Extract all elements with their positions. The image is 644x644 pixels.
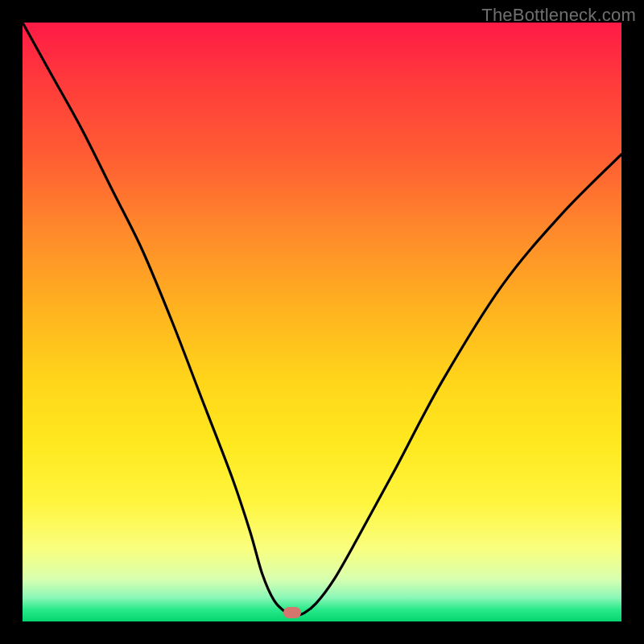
chart-container: TheBottleneck.com bbox=[0, 0, 644, 644]
bottleneck-curve bbox=[23, 23, 621, 616]
curve-svg bbox=[23, 23, 621, 621]
minimum-marker bbox=[283, 607, 301, 618]
plot-area bbox=[23, 23, 621, 621]
